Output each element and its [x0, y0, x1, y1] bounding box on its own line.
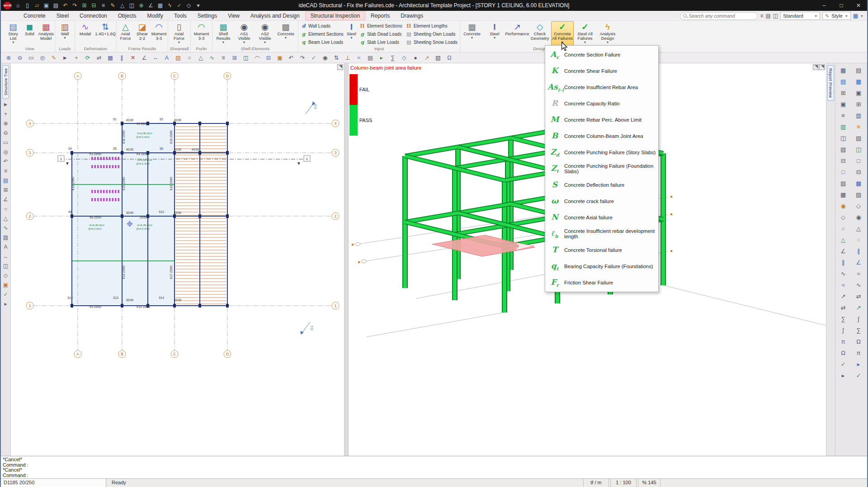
grid-icon[interactable]: ⊞ [80, 1, 89, 9]
tab-modify[interactable]: Modify [142, 11, 168, 20]
block-icon[interactable]: ▣ [1, 281, 9, 289]
slab-dead-loads-toggle[interactable]: g Slab Dead Loads [359, 30, 402, 38]
table-icon[interactable]: ⊟ [90, 1, 98, 9]
node-icon[interactable]: ◇ [184, 1, 193, 9]
undo-icon[interactable]: ↶ [61, 1, 70, 9]
rows-icon[interactable]: ▥ [840, 123, 846, 130]
load-combination-button[interactable]: ⇅ 1.4G+1.6Q [95, 21, 116, 46]
steel-all-failures-button[interactable]: ✓ Steel All Failures ▼ [574, 21, 596, 46]
grid-icon[interactable]: ⊞ [1, 186, 9, 194]
zoom-extents-icon[interactable]: ◎ [38, 53, 47, 62]
as2-visible-button[interactable]: ◉ AS2 Visible ▼ [255, 21, 275, 46]
list-icon[interactable]: ≡ [760, 13, 763, 19]
dense2-icon[interactable]: ▩ [856, 180, 861, 187]
polygon-icon[interactable]: △ [1, 214, 9, 222]
tab-tools[interactable]: Tools [169, 11, 192, 20]
angle-icon[interactable]: ∠ [146, 1, 155, 9]
failure-menu-item[interactable]: qt Bearing Capacity Failure (Foundations… [545, 258, 658, 274]
play-icon[interactable]: ▸ [842, 372, 845, 379]
previous-view-icon[interactable]: ↶ [1, 157, 9, 165]
dense-grid-icon[interactable]: ▩ [840, 191, 846, 198]
layers-icon[interactable]: ▤ [1, 176, 9, 184]
analysis-design-button[interactable]: ϟ Analysis Design ▼ [596, 21, 619, 46]
pi-icon[interactable]: π [841, 338, 845, 345]
omega-icon[interactable]: Ω [841, 350, 845, 356]
swap2-icon[interactable]: ⇄ [856, 293, 861, 300]
zoom-out-icon[interactable]: ⊖ [1, 129, 9, 137]
angle2-icon[interactable]: ∠ [856, 259, 861, 266]
pan-icon[interactable]: + [1, 110, 9, 118]
check-icon[interactable]: ✓ [841, 361, 846, 368]
failure-menu-item[interactable]: ℓb Concrete Insufficient rebar developme… [545, 226, 658, 242]
viewport-maximize-icon[interactable] [819, 64, 825, 70]
point-icon[interactable]: ◉ [840, 203, 845, 209]
home-icon[interactable]: ⌂ [14, 1, 22, 9]
circle2-icon[interactable]: ○ [857, 236, 860, 243]
failure-menu-item[interactable]: S Concrete Deflection failure [545, 177, 658, 193]
sheeting-own-loads-toggle[interactable]: ▨ Sheeting Own Loads [406, 30, 458, 38]
node-icon[interactable]: ◇ [399, 53, 409, 62]
structure-tree-tab[interactable]: Structure Tree [2, 65, 9, 99]
hatch-icon[interactable]: ▨ [840, 180, 846, 187]
tab-concrete[interactable]: Concrete [18, 11, 51, 20]
delete-icon[interactable]: ✕ [128, 53, 138, 62]
units-indicator[interactable]: tf / m [583, 479, 609, 487]
redo-icon[interactable]: ↷ [297, 53, 307, 62]
input-steel-button[interactable]: I Steel ▼ [345, 21, 358, 46]
measure-icon[interactable]: ∠ [1, 195, 9, 203]
edit-icon[interactable]: ✎ [108, 1, 117, 9]
node-icon[interactable]: ◇ [841, 214, 845, 221]
zoom-in-icon[interactable]: ⊕ [4, 53, 14, 62]
hatch-icon[interactable]: ▦ [156, 1, 165, 9]
leader2-icon[interactable]: ↗ [856, 304, 861, 311]
circle-icon[interactable]: ○ [841, 225, 845, 232]
table3-icon[interactable]: ▤ [856, 67, 861, 74]
text-icon[interactable]: A [162, 53, 172, 62]
table-icon[interactable]: ⊟ [264, 53, 274, 62]
move-icon[interactable]: + [71, 53, 81, 62]
maximize-button[interactable]: □ [833, 0, 850, 11]
table2-icon[interactable]: ⊟ [841, 157, 846, 164]
omega2-icon[interactable]: Ω [856, 338, 861, 345]
check-icon[interactable]: ✓ [1, 290, 9, 298]
integral-icon[interactable]: ∫ [842, 327, 844, 334]
list-icon[interactable]: ≡ [841, 112, 845, 119]
frame2-icon[interactable]: □ [857, 157, 860, 164]
wave-icon[interactable]: ∿ [841, 270, 846, 277]
modal-button[interactable]: ∿ Modal [75, 21, 95, 46]
viewport-splitter[interactable] [344, 63, 349, 456]
run-icon[interactable]: ▸ [1, 300, 9, 308]
purlin-moment-button[interactable]: ◠ Moment 3-3 [191, 21, 212, 46]
command-console[interactable]: *Cancel*Command :*Cancel*Command : [1, 456, 867, 478]
node-icon[interactable]: ◇ [1, 271, 9, 279]
command-search[interactable] [680, 12, 758, 20]
tab-analysis-and-design[interactable]: Analysis and Design [245, 11, 305, 20]
spline-icon[interactable]: ∿ [1, 224, 9, 232]
check-icon[interactable]: ✓ [309, 53, 319, 62]
sheet-icon[interactable]: ⊞ [841, 90, 846, 96]
tab-drawings[interactable]: Drawings [395, 11, 429, 20]
shell-concrete-button[interactable]: ▩ Concrete ▼ [275, 21, 296, 46]
failure-menu-item[interactable]: B Concrete Column-Beam Joint Area [545, 128, 658, 144]
element-lengths-toggle[interactable]: ΙΙ Element Lengths [406, 22, 458, 30]
layers-icon[interactable]: ≡ [218, 53, 228, 62]
failure-menu-item[interactable]: Zt Concrete Punching Failure (Foundation… [545, 161, 658, 177]
failure-menu-item[interactable]: N Concrete Axial failure [545, 209, 658, 226]
mirror-icon[interactable]: ⇄ [94, 53, 104, 62]
hatch-icon[interactable]: ▨ [1, 233, 9, 241]
zoom-indicator[interactable]: % 145 [638, 479, 660, 487]
tab-settings[interactable]: Settings [192, 11, 222, 20]
zoom-window-icon[interactable]: ▭ [1, 138, 9, 147]
approx-icon[interactable]: ≈ [842, 282, 845, 288]
rows2-icon[interactable]: ▥ [856, 112, 861, 119]
beam-live-loads-toggle[interactable]: q Beam Live Loads [301, 38, 344, 46]
design-concrete-button[interactable]: ▦ Concrete ▼ [461, 21, 483, 46]
parallel-icon[interactable]: ∥ [842, 259, 845, 266]
analyze-icon[interactable]: ϟ [165, 1, 174, 9]
failure-menu-item[interactable]: R Concrete Capacity Ratio [545, 95, 658, 112]
fill-icon[interactable]: ▧ [433, 53, 443, 62]
dimension-icon[interactable]: ↔ [1, 252, 9, 260]
failure-menu-item[interactable]: T Concrete Torsional failure [545, 242, 658, 258]
save-icon[interactable]: ▣ [42, 1, 51, 9]
point-icon[interactable]: ◉ [320, 53, 330, 62]
